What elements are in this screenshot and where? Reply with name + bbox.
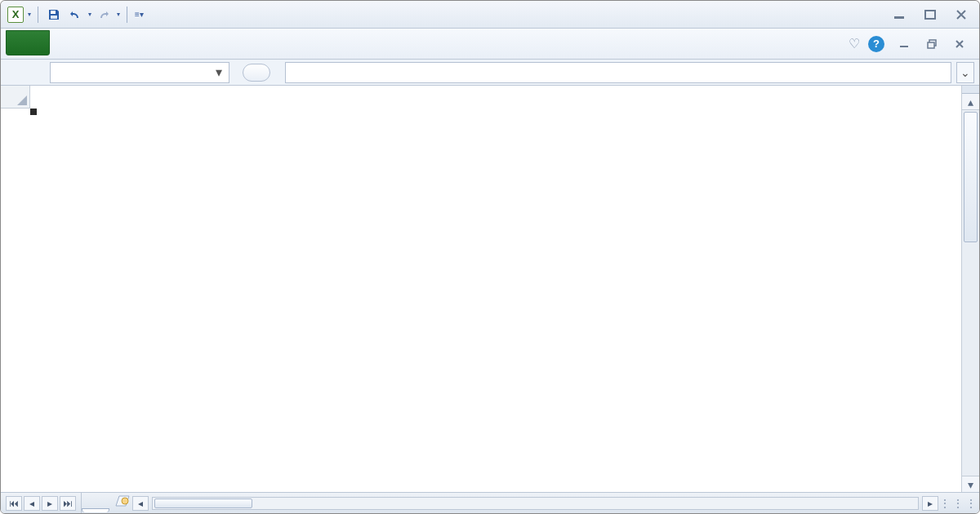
maximize-button[interactable]	[919, 7, 942, 23]
workbook-close-button[interactable]	[948, 36, 971, 52]
sheet-nav-first-icon[interactable]: ⏮	[6, 496, 22, 511]
vertical-split-handle[interactable]	[962, 86, 979, 94]
scroll-up-icon[interactable]: ▴	[962, 94, 979, 110]
ribbon-minimize-icon[interactable]: ♡	[849, 36, 860, 51]
ribbon: ♡ ?	[1, 29, 979, 60]
separator	[38, 7, 38, 23]
formula-bar-expand-icon[interactable]: ⌄	[956, 62, 974, 83]
select-all-corner[interactable]	[1, 86, 30, 109]
workbook-window-controls	[893, 36, 971, 52]
undo-dropdown[interactable]: ▾	[88, 11, 91, 18]
tab-page-layout[interactable]	[127, 29, 163, 59]
tab-home[interactable]	[55, 29, 91, 59]
status-bar: ⏮ ◂ ▸ ⏭ ◂ ▸ ⋮⋮⋮	[1, 492, 979, 513]
sheet-nav-last-icon[interactable]: ⏭	[60, 496, 76, 511]
window-controls	[888, 7, 973, 23]
workbook-minimize-button[interactable]	[893, 36, 915, 52]
fill-handle[interactable]	[30, 109, 37, 115]
workbook-restore-button[interactable]	[920, 36, 943, 52]
horizontal-scroll-track[interactable]	[152, 497, 919, 510]
svg-rect-4	[900, 46, 908, 47]
tab-data[interactable]	[198, 29, 234, 59]
close-button[interactable]	[950, 7, 973, 23]
insert-function-button-bg	[243, 64, 270, 82]
scroll-left-icon[interactable]: ◂	[132, 496, 149, 511]
svg-rect-6	[928, 42, 934, 48]
sheet-nav-next-icon[interactable]: ▸	[42, 496, 58, 511]
redo-dropdown[interactable]: ▾	[117, 11, 120, 18]
svg-rect-0	[51, 11, 56, 14]
tab-formulas[interactable]	[163, 29, 198, 59]
svg-point-7	[122, 498, 128, 504]
tab-view[interactable]	[270, 29, 306, 59]
name-box-dropdown-icon[interactable]: ▾	[212, 66, 225, 79]
sheet-tab[interactable]	[82, 508, 109, 512]
new-sheet-icon[interactable]	[113, 493, 132, 509]
vertical-scroll-thumb[interactable]	[964, 112, 978, 242]
horizontal-scroll-thumb[interactable]	[154, 498, 252, 508]
minimize-button[interactable]	[888, 7, 911, 23]
formula-bar: ▾ ⌄	[1, 60, 979, 86]
svg-rect-2	[894, 16, 904, 19]
horizontal-split-handle[interactable]: ⋮⋮⋮	[938, 493, 979, 513]
sheet-nav: ⏮ ◂ ▸ ⏭	[1, 493, 82, 513]
quick-access-toolbar: X ▾ ▾ ▾ ≡▾	[7, 6, 144, 24]
tab-insert[interactable]	[91, 29, 127, 59]
vertical-scroll-track[interactable]	[962, 110, 979, 476]
horizontal-scrollbar[interactable]: ◂ ▸	[132, 493, 938, 513]
scroll-down-icon[interactable]: ▾	[962, 476, 979, 492]
scroll-right-icon[interactable]: ▸	[922, 496, 938, 511]
title-bar: X ▾ ▾ ▾ ≡▾	[1, 1, 979, 29]
file-tab[interactable]	[6, 30, 50, 55]
svg-rect-1	[51, 16, 57, 19]
save-icon[interactable]	[45, 6, 63, 24]
undo-icon[interactable]	[66, 6, 84, 24]
help-icon[interactable]: ?	[868, 36, 884, 52]
column-headers	[30, 86, 961, 109]
svg-rect-3	[925, 11, 935, 19]
vertical-scrollbar[interactable]: ▴ ▾	[961, 86, 979, 492]
redo-icon[interactable]	[95, 6, 113, 24]
separator	[127, 7, 127, 23]
name-box[interactable]: ▾	[50, 62, 229, 83]
excel-icon: X	[7, 7, 24, 23]
qat-app-dropdown[interactable]: ▾	[28, 11, 31, 18]
sheet-nav-prev-icon[interactable]: ◂	[24, 496, 40, 511]
qat-customize-dropdown[interactable]: ≡▾	[135, 10, 144, 19]
worksheet-area: ▴ ▾	[1, 86, 979, 492]
formula-input[interactable]	[285, 62, 951, 83]
tab-review[interactable]	[234, 29, 270, 59]
